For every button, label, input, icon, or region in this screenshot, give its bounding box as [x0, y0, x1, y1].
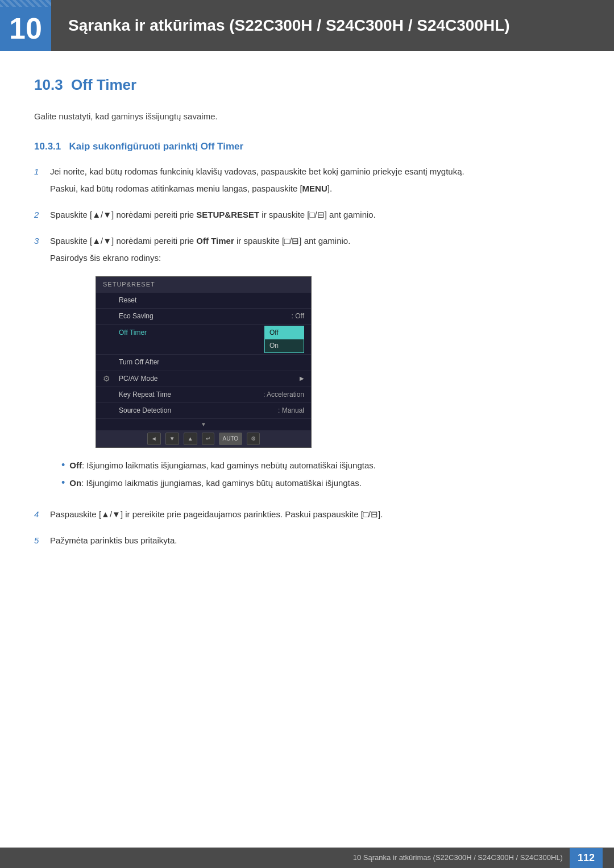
step-5: 5 Pažymėta parinktis bus pritaikyta.	[34, 534, 580, 551]
header-title-block: Sąranka ir atkūrimas (S22C300H / S24C300…	[51, 0, 527, 51]
page-header: 10 Sąranka ir atkūrimas (S22C300H / S24C…	[0, 0, 614, 51]
page-footer: 10 Sąranka ir atkūrimas (S22C300H / S24C…	[0, 848, 614, 868]
step-number-2: 2	[34, 208, 50, 222]
dropdown-option-on: On	[265, 339, 304, 352]
bullet-off: • Off: Išjungimo laikmatis išjungiamas, …	[61, 459, 580, 472]
main-content: 10.3 Off Timer Galite nustatyti, kad gam…	[0, 51, 614, 605]
step-number-5: 5	[34, 534, 50, 547]
menu-btn-up: ▲	[184, 433, 197, 445]
menu-row-offtimer-label: Off Timer	[119, 329, 147, 337]
step-content-2: Spauskite [▲/▼] norėdami pereiti prie SE…	[50, 208, 580, 225]
menu-btn-back: ◄	[147, 433, 161, 445]
step-content-5: Pažymėta parinktis bus pritaikyta.	[50, 534, 580, 551]
step-3: 3 Spauskite [▲/▼] norėdami pereiti prie …	[34, 234, 580, 499]
section-title: 10.3 Off Timer	[34, 74, 580, 96]
menu-row-pcav: ⚙ PC/AV Mode ▶	[96, 371, 311, 387]
menu-btn-auto: AUTO	[219, 433, 243, 445]
menu-btn-power: ⚙	[247, 433, 260, 445]
step-number-3: 3	[34, 234, 50, 248]
step-content-3: Spauskite [▲/▼] norėdami pereiti prie Of…	[50, 234, 580, 499]
bullet-on: • On: Išjungimo laikmatis įjungiamas, ka…	[61, 477, 580, 490]
step-4: 4 Paspauskite [▲/▼] ir pereikite prie pa…	[34, 508, 580, 525]
step-2: 2 Spauskite [▲/▼] norėdami pereiti prie …	[34, 208, 580, 225]
menu-row-keyrepeat: Key Repeat Time : Acceleration	[96, 387, 311, 403]
footer-text: 10 Sąranka ir atkūrimas (S22C300H / S24C…	[353, 852, 563, 863]
steps-container: 1 Jei norite, kad būtų rodomas funkcinių…	[34, 165, 580, 551]
chapter-number-block: 10	[0, 0, 51, 51]
menu-header-bar: SETUP&RESET	[96, 277, 311, 293]
menu-row-sourcedetect: Source Detection : Manual	[96, 403, 311, 419]
menu-btn-enter: ↵	[202, 433, 214, 445]
gear-icon: ⚙	[103, 372, 110, 385]
bullet-list: • Off: Išjungimo laikmatis išjungiamas, …	[61, 459, 580, 489]
menu-row-reset: Reset	[96, 293, 311, 309]
dropdown-option-off: Off	[265, 326, 304, 339]
subsection-title: 10.3.1 Kaip sukonfigūruoti parinktį Off …	[34, 139, 580, 154]
step-number-4: 4	[34, 508, 50, 521]
step-number-1: 1	[34, 165, 50, 178]
menu-btn-down: ▼	[165, 433, 179, 445]
menu-row-turnoff: Turn Off After	[96, 355, 311, 371]
step-content-4: Paspauskite [▲/▼] ir pereikite prie page…	[50, 508, 580, 525]
intro-paragraph: Galite nustatyti, kad gaminys išsijungtų…	[34, 110, 580, 123]
menu-bottom-bar: ◄ ▼ ▲ ↵ AUTO ⚙	[96, 430, 311, 447]
menu-mockup: SETUP&RESET Reset Eco Saving : Off Off T…	[96, 276, 312, 448]
header-title: Sąranka ir atkūrimas (S22C300H / S24C300…	[68, 15, 510, 36]
dropdown-menu: Off On	[264, 326, 304, 353]
page-number: 112	[570, 848, 603, 868]
chapter-number: 10	[9, 6, 42, 51]
menu-row-offtimer-container: Off Timer Off On	[96, 325, 311, 355]
step-1: 1 Jei norite, kad būtų rodomas funkcinių…	[34, 165, 580, 199]
step-content-1: Jei norite, kad būtų rodomas funkcinių k…	[50, 165, 580, 199]
menu-row-eco: Eco Saving : Off	[96, 309, 311, 325]
